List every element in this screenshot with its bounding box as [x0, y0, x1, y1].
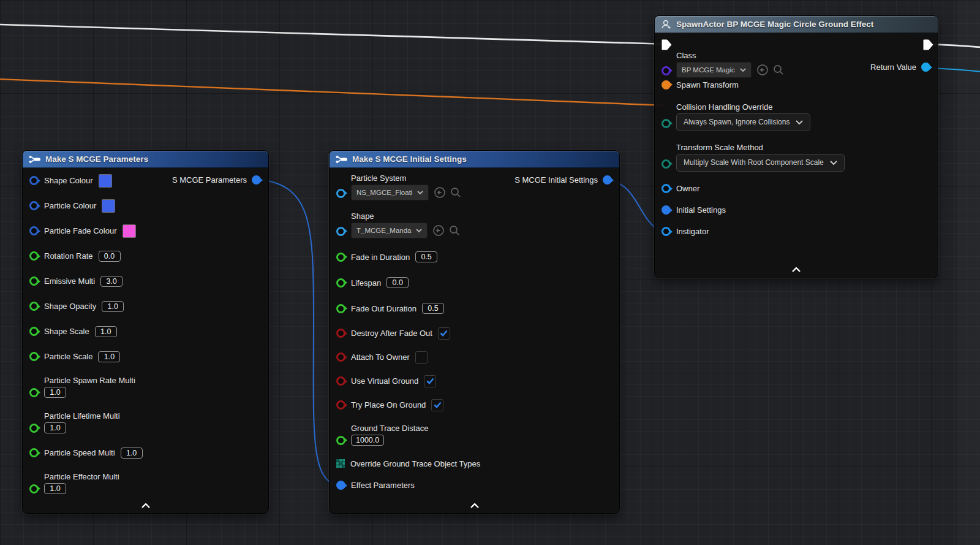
pin-label: Particle Fade Colour [44, 226, 117, 235]
node-make-s-mcge-initial-settings[interactable]: Make S MCGE Initial Settings S MCGE Init… [329, 150, 620, 514]
pin-particle-effector-multi[interactable] [29, 484, 39, 494]
pin-spawn-transform[interactable] [662, 80, 671, 90]
pin-lifespan[interactable] [336, 278, 345, 288]
pin-override-ground-trace-object-types-array[interactable] [336, 459, 345, 468]
particle-fade-colour-swatch[interactable] [123, 224, 136, 238]
pin-destroy-after-fade-out[interactable] [336, 329, 345, 338]
browse-asset-icon[interactable] [772, 64, 785, 76]
use-selected-asset-icon[interactable] [756, 64, 769, 76]
pin-ground-trace-distace[interactable] [336, 436, 345, 445]
pin-attach-to-owner[interactable] [336, 353, 345, 362]
pin-label: Initial Settings [676, 205, 726, 215]
collision-handling-override-dropdown[interactable]: Always Spawn, Ignore Collisions [676, 113, 810, 131]
pin-label: Shape Opacity [44, 302, 96, 311]
pin-row-use-virtual-ground: Use Virtual Ground [330, 369, 619, 393]
pin-initial-settings[interactable] [662, 205, 671, 215]
shape-scale-input[interactable]: 1.0 [95, 326, 117, 337]
particle-lifetime-multi-input[interactable]: 1.0 [44, 422, 66, 433]
pin-row-emissive-multi: Emissive Multi 3.0 [23, 269, 268, 294]
pin-label: Shape Scale [44, 327, 89, 336]
destroy-after-fade-out-checkbox[interactable] [438, 327, 450, 340]
particle-speed-multi-input[interactable]: 1.0 [121, 448, 143, 459]
transform-scale-method-dropdown[interactable]: Multiply Scale With Root Component Scale [676, 154, 845, 172]
exec-output-pin[interactable] [923, 39, 933, 53]
pin-row-transform-scale-method: Transform Scale Method Multiply Scale Wi… [655, 136, 938, 178]
pin-label: Particle Lifetime Multi [44, 411, 120, 421]
pin-try-place-on-ground[interactable] [336, 400, 345, 410]
pin-rotation-rate[interactable] [29, 251, 39, 261]
output-pin-s-mcge-parameters[interactable] [252, 175, 261, 185]
pin-shape-colour[interactable] [29, 176, 39, 185]
pin-emissive-multi[interactable] [29, 276, 39, 286]
node-spawnactor-bp-mcge-magic-circle-ground-effect[interactable]: SpawnActor BP MCGE Magic Circle Ground E… [654, 15, 938, 278]
node-header[interactable]: SpawnActor BP MCGE Magic Circle Ground E… [655, 16, 938, 33]
pin-shape-opacity[interactable] [29, 302, 39, 311]
pin-label: Shape Colour [44, 176, 93, 185]
pin-particle-colour[interactable] [29, 201, 39, 210]
pin-particle-scale[interactable] [29, 352, 39, 361]
pin-row-particle-fade-colour: Particle Fade Colour [23, 218, 268, 243]
dropdown-value: Multiply Scale With Root Component Scale [684, 158, 824, 167]
pin-particle-lifetime-multi[interactable] [29, 424, 39, 433]
use-selected-asset-icon[interactable] [434, 186, 446, 199]
pin-use-virtual-ground[interactable] [336, 376, 345, 386]
pin-row-lifespan: Lifespan 0.0 [330, 270, 619, 295]
pin-particle-fade-colour[interactable] [29, 226, 39, 235]
particle-colour-swatch[interactable] [102, 199, 115, 213]
particle-effector-multi-input[interactable]: 1.0 [44, 483, 66, 494]
pin-label: Return Value [870, 63, 916, 72]
fade-out-duration-input[interactable]: 0.5 [422, 303, 444, 314]
fade-in-duration-input[interactable]: 0.5 [415, 251, 437, 262]
attach-to-owner-checkbox[interactable] [415, 351, 428, 364]
shape-opacity-input[interactable]: 1.0 [102, 301, 124, 312]
class-picker[interactable]: BP MCGE Magic [676, 62, 752, 78]
lifespan-input[interactable]: 0.0 [386, 277, 409, 288]
pin-row-initial-settings: Initial Settings [655, 199, 938, 221]
particle-spawn-rate-multi-input[interactable]: 1.0 [44, 387, 66, 398]
pin-row-particle-lifetime-multi: Particle Lifetime Multi 1.0 [23, 405, 268, 440]
pin-label: Destroy After Fade Out [351, 329, 432, 338]
pin-fade-in-duration[interactable] [336, 253, 345, 262]
node-header[interactable]: Make S MCGE Parameters [23, 151, 268, 168]
emissive-multi-input[interactable]: 3.0 [100, 276, 123, 287]
exec-input-pin[interactable] [662, 39, 672, 53]
pin-label: Try Place On Ground [351, 400, 426, 410]
pin-class[interactable] [662, 66, 671, 75]
pin-collision-handling-override[interactable] [662, 119, 671, 128]
pin-fade-out-duration[interactable] [336, 304, 345, 313]
output-pin-s-mcge-initial-settings[interactable] [603, 175, 612, 185]
shape-colour-swatch[interactable] [99, 174, 112, 188]
pin-shape-scale[interactable] [29, 327, 39, 336]
pin-row-particle-scale: Particle Scale 1.0 [23, 344, 268, 369]
pin-effect-parameters[interactable] [336, 481, 345, 490]
node-title: SpawnActor BP MCGE Magic Circle Ground E… [676, 20, 873, 29]
pin-particle-system[interactable] [336, 189, 345, 198]
particle-scale-input[interactable]: 1.0 [98, 351, 120, 362]
pin-owner[interactable] [662, 184, 671, 193]
pin-particle-speed-multi[interactable] [29, 448, 39, 457]
browse-asset-icon[interactable] [450, 186, 462, 199]
collapse-node-button[interactable] [792, 264, 801, 275]
collapse-node-button[interactable] [141, 500, 150, 511]
browse-asset-icon[interactable] [448, 224, 461, 237]
pin-transform-scale-method[interactable] [662, 159, 671, 169]
pin-label: Particle System [351, 173, 462, 183]
pin-label: Fade Out Duration [351, 304, 417, 313]
dropdown-value: Always Spawn, Ignore Collisions [684, 118, 790, 126]
shape-asset-picker[interactable]: T_MCGE_Manda [351, 223, 428, 238]
collapse-node-button[interactable] [470, 500, 479, 511]
node-make-s-mcge-parameters[interactable]: Make S MCGE Parameters S MCGE Parameters… [22, 150, 269, 514]
pin-instigator[interactable] [662, 227, 671, 236]
use-selected-asset-icon[interactable] [432, 224, 445, 237]
rotation-rate-input[interactable]: 0.0 [99, 251, 121, 262]
use-virtual-ground-checkbox[interactable] [424, 375, 436, 387]
try-place-on-ground-checkbox[interactable] [431, 399, 443, 411]
pin-return-value[interactable] [921, 63, 930, 72]
blueprint-graph[interactable]: Make S MCGE Parameters S MCGE Parameters… [0, 0, 980, 545]
ground-trace-distace-input[interactable]: 1000.0 [351, 435, 384, 446]
pin-particle-spawn-rate-multi[interactable] [29, 388, 39, 397]
particle-system-asset-picker[interactable]: NS_MGCE_Floati [351, 185, 429, 200]
node-header[interactable]: Make S MCGE Initial Settings [330, 151, 619, 168]
make-struct-icon [336, 155, 348, 164]
pin-shape[interactable] [336, 227, 345, 236]
